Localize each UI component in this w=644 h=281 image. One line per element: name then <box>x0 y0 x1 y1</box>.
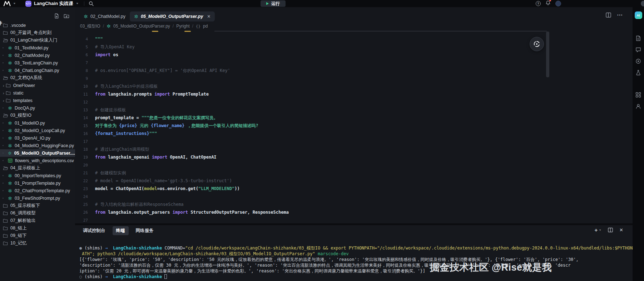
notifications-bell-icon[interactable] <box>546 0 550 7</box>
more-actions-icon[interactable]: ⋯ <box>617 11 623 18</box>
code-line[interactable]: 21# 创建模型实例 <box>75 169 633 177</box>
apps-grid-icon[interactable] <box>635 92 641 98</box>
file-item[interactable]: 05_ModelIO_OutputParser.... <box>0 149 75 157</box>
folder-item[interactable]: 07_解析输出 <box>0 217 75 224</box>
new-folder-icon[interactable] <box>64 13 69 19</box>
file-item[interactable]: flowers_with_descriptions.csv <box>0 157 75 164</box>
feedback-icon[interactable] <box>635 47 641 53</box>
item-label: 01_TextModel.py <box>15 45 49 50</box>
code-editor[interactable]: 4"""5# 导入OpenAI Key6import os78# os.envi… <box>75 31 633 223</box>
search-icon[interactable] <box>89 1 94 6</box>
code-text: model = ChatOpenAI(model=os.environ.get(… <box>95 186 240 191</box>
file-item[interactable]: 03_OpenAI_IO.py <box>0 134 75 142</box>
editor-tab[interactable]: 02_ChatModel.py <box>79 11 130 21</box>
panel-tab[interactable]: 终端 <box>113 226 129 235</box>
file-dot <box>3 107 4 108</box>
code-line[interactable]: 25# 导入结构化输出解析器和ResponseSchema <box>75 200 633 208</box>
folder-item[interactable]: 06_调用模型 <box>0 209 75 217</box>
item-label: 01_PromptTemplate.py <box>15 181 61 186</box>
code-line[interactable]: 10# 导入LangChain中的提示模板 <box>75 82 633 90</box>
marscode-logo[interactable]: ▼ <box>4 1 16 6</box>
split-terminal-icon[interactable] <box>608 228 613 232</box>
code-line[interactable]: 26from langchain.output_parsers import S… <box>75 208 633 216</box>
breadcrumb-file[interactable]: 05_ModelIO_OutputParser.py <box>113 24 170 29</box>
folder-item[interactable]: ›OneFlower <box>0 82 75 89</box>
ai-assistant-button[interactable] <box>530 37 544 51</box>
python-file-icon <box>8 174 12 178</box>
code-line[interactable]: 19from langchain_openai import OpenAI, C… <box>75 153 633 161</box>
code-line[interactable]: 20 <box>75 161 633 169</box>
code-line[interactable]: 15对于售价为 {price} 元的 {flower_name} ，您能提供一个… <box>75 122 633 130</box>
folder-item[interactable]: 04_提示模板上 <box>0 164 75 172</box>
code-text: # 创建提示模板 <box>95 107 126 113</box>
file-item[interactable]: 03_TextLangChain.py <box>0 59 75 67</box>
line-number: 13 <box>75 108 88 112</box>
file-item[interactable]: 00_ImportTemplates.py <box>0 172 75 179</box>
folder-item[interactable]: 09_链下 <box>0 232 75 239</box>
user-avatar[interactable] <box>555 1 561 6</box>
folder-item[interactable]: 10_记忆 <box>0 239 75 247</box>
file-item[interactable]: 04_ChatLongChain.py <box>0 67 75 74</box>
run-button[interactable]: 运行 <box>261 0 286 7</box>
new-terminal-button[interactable]: +▼ <box>594 227 601 233</box>
file-item[interactable]: 01_ModelIO.py <box>0 119 75 127</box>
file-item[interactable]: 02_ModelIO_LoopCall.py <box>0 127 75 134</box>
file-tree: .vscode00_开篇词_奇点时刻01_LangChain快速入门01_Tex… <box>0 21 75 247</box>
code-line[interactable]: 22# model = OpenAI(model_name='gpt-3.5-t… <box>75 177 633 185</box>
chevron-down-icon[interactable]: ▼ <box>76 2 79 5</box>
breadcrumb-folder[interactable]: 03_模型IO <box>80 23 100 29</box>
folder-item[interactable]: ›templates <box>0 97 75 104</box>
account-icon[interactable] <box>635 103 641 109</box>
breadcrumb[interactable]: 03_模型IO / 05_ModelIO_OutputParser.py / P… <box>75 21 633 31</box>
panel-tab[interactable]: 网络服务 <box>132 226 157 235</box>
split-editor-icon[interactable] <box>606 13 611 18</box>
file-item[interactable]: 01_PromptTemplate.py <box>0 179 75 187</box>
help-icon[interactable]: ? <box>536 1 541 6</box>
code-line[interactable]: 27 <box>75 216 633 223</box>
breadcrumb-symbol[interactable]: pd <box>203 24 208 29</box>
folder-item[interactable]: 05_提示模板下 <box>0 202 75 209</box>
file-item[interactable]: 03_FewShotPrompt.py <box>0 194 75 202</box>
file-item[interactable]: 04_ModelIO_HuggingFace.py <box>0 142 75 149</box>
edge-avatar[interactable] <box>641 1 644 6</box>
terminal-output[interactable]: ● (shims) → LangChain-shizhanke COMMAND=… <box>75 236 633 281</box>
line-number: 17 <box>75 139 88 144</box>
code-line[interactable]: 11from langchain.prompts import PromptTe… <box>75 90 633 98</box>
item-label: 07_解析输出 <box>10 218 36 224</box>
record-icon[interactable] <box>635 58 641 64</box>
code-line[interactable]: 14prompt_template = """您是一位专业的鲜花店文案撰写员。 <box>75 114 633 122</box>
folder-icon <box>3 233 8 238</box>
code-line[interactable]: 12 <box>75 98 633 106</box>
lab-flask-icon[interactable] <box>635 70 641 76</box>
file-item[interactable]: 02_ChatModel.py <box>0 52 75 59</box>
folder-item[interactable]: ›static <box>0 89 75 97</box>
code-line[interactable]: 13# 创建提示模板 <box>75 106 633 114</box>
file-item[interactable]: DocQA.py <box>0 104 75 112</box>
panel-tab[interactable]: 调试控制台 <box>79 226 109 235</box>
ai-plugin-icon[interactable]: AI <box>635 11 642 19</box>
folder-item[interactable]: .vscode <box>0 21 75 29</box>
code-line[interactable]: 23model = ChatOpenAI(model=os.environ.ge… <box>75 185 633 193</box>
breadcrumb-tool[interactable]: Pyright <box>176 24 189 29</box>
csv-file-icon <box>8 158 13 163</box>
top-bar: ▼ </> LangChain 实战课 ▼ 运行 ? <box>0 0 644 7</box>
python-file-icon <box>8 151 12 155</box>
close-panel-icon[interactable]: ✕ <box>619 227 623 233</box>
workspace-title[interactable]: LangChain 实战课 <box>34 0 73 7</box>
file-item[interactable]: 02_ChatPromptTemplate.py <box>0 187 75 194</box>
folder-item[interactable]: 03_模型IO <box>0 112 75 119</box>
folder-item[interactable]: 02_文档QA系统 <box>0 74 75 82</box>
code-line[interactable]: 16{format_instructions}""" <box>75 130 633 137</box>
code-line[interactable]: 24 <box>75 193 633 200</box>
editor-tab[interactable]: 05_ModelIO_OutputParser.py✕ <box>130 11 215 21</box>
new-file-icon[interactable] <box>54 13 59 19</box>
folder-item[interactable]: 00_开篇词_奇点时刻 <box>0 29 75 37</box>
code-line[interactable]: 17 <box>75 137 633 145</box>
folder-item[interactable]: 08_链上 <box>0 224 75 232</box>
close-tab-icon[interactable]: ✕ <box>207 14 210 19</box>
folder-item[interactable]: 01_LangChain快速入门 <box>0 37 75 44</box>
editor-scrollbar-thumb[interactable] <box>546 32 549 77</box>
code-line[interactable]: 18# 通过LangChain调用模型 <box>75 145 633 153</box>
docs-icon[interactable] <box>635 35 641 41</box>
file-item[interactable]: 01_TextModel.py <box>0 44 75 52</box>
